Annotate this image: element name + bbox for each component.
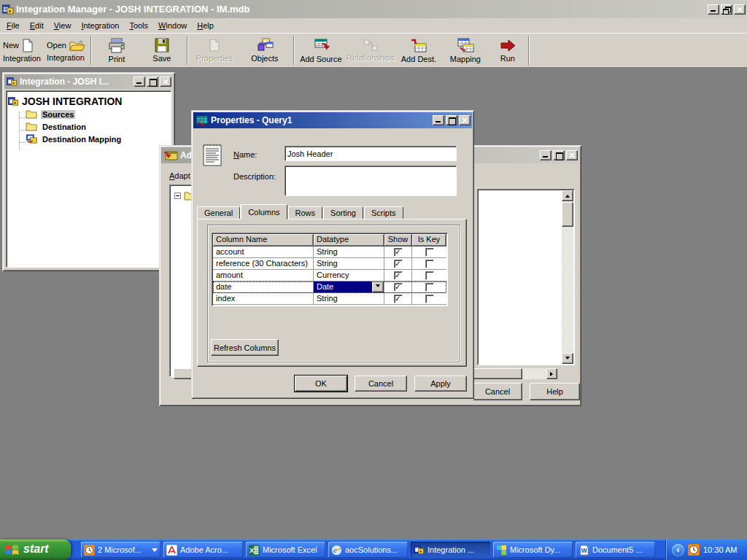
header-is-key[interactable]: Is Key	[412, 234, 446, 246]
minimize-button[interactable]	[133, 77, 145, 87]
mapping-button[interactable]: Mapping	[441, 34, 489, 67]
task-adobe-acrobat[interactable]: Adobe Acro...	[163, 542, 243, 558]
close-button[interactable]: ×	[734, 4, 746, 15]
tab-scripts[interactable]: Scripts	[364, 206, 403, 219]
cancel-button[interactable]: Cancel	[473, 383, 522, 400]
tab-sorting[interactable]: Sorting	[323, 206, 363, 219]
minimize-button[interactable]	[433, 115, 444, 125]
show-checkbox[interactable]	[394, 260, 403, 268]
hide-icons-chevron[interactable]: ‹	[672, 544, 684, 556]
combobox-dropdown-button[interactable]	[372, 281, 384, 292]
restore-button[interactable]	[721, 4, 732, 15]
name-input[interactable]	[285, 146, 457, 161]
apply-button[interactable]: Apply	[414, 376, 467, 392]
properties-button: Properties	[190, 34, 239, 67]
tree-item-destination-mapping[interactable]: Destination Mapping	[26, 133, 169, 145]
run-button[interactable]: Run	[489, 34, 526, 67]
cell-datatype[interactable]: String	[314, 246, 384, 258]
is-key-checkbox[interactable]	[425, 260, 434, 268]
tab-rows[interactable]: Rows	[288, 206, 323, 219]
maximize-button[interactable]	[553, 150, 565, 160]
cell-datatype[interactable]: String	[314, 293, 384, 305]
menu-integration[interactable]: Integration	[76, 20, 124, 32]
print-button[interactable]: Print	[94, 34, 139, 67]
cell-datatype[interactable]: Currency	[314, 270, 384, 281]
add-source-button[interactable]: Add Source	[297, 34, 345, 67]
toolbar-separator	[187, 36, 188, 65]
objects-button[interactable]: Objects	[239, 34, 291, 67]
tab-general[interactable]: General	[197, 206, 240, 219]
menu-edit[interactable]: Edit	[25, 20, 49, 32]
is-key-checkbox[interactable]	[425, 295, 434, 303]
folder-icon	[26, 122, 37, 131]
help-button[interactable]: Help	[530, 383, 580, 400]
tree-root-josh-integration[interactable]: JOSH INTEGRATION	[8, 94, 169, 108]
header-show[interactable]: Show	[384, 234, 412, 246]
open-integration-button[interactable]: Open Integration	[44, 34, 88, 67]
tree-item-destination[interactable]: Destination	[26, 120, 169, 133]
show-checkbox[interactable]	[394, 283, 403, 292]
close-button[interactable]: ×	[459, 115, 471, 125]
scroll-thumb[interactable]	[562, 202, 573, 227]
cell-column-name[interactable]: index	[213, 293, 314, 305]
cancel-button[interactable]: Cancel	[355, 376, 407, 392]
adapter-list[interactable]	[477, 189, 575, 365]
open-folder-icon	[69, 39, 85, 52]
save-button[interactable]: Save	[139, 34, 185, 67]
description-input[interactable]	[285, 166, 457, 196]
properties-dialog-titlebar[interactable]: Properties - Query1 ×	[193, 112, 472, 128]
integration-window-titlebar[interactable]: Integration - JOSH I... ×	[4, 74, 173, 89]
menu-tools[interactable]: Tools	[124, 20, 153, 32]
tray-clock-icon[interactable]	[688, 544, 700, 556]
scroll-down-button[interactable]	[562, 353, 573, 364]
cell-datatype[interactable]: String	[314, 258, 384, 270]
task-integration-manager[interactable]: Integration ...	[411, 542, 490, 558]
task-microsoft-excel[interactable]: X Microsoft Excel	[246, 542, 325, 558]
cell-column-name[interactable]: reference (30 Characters)	[213, 258, 314, 270]
main-window-titlebar[interactable]: Integration Manager - JOSH INTEGRATION -…	[0, 0, 747, 18]
add-dest-button[interactable]: Add Dest.	[396, 34, 441, 67]
menu-window[interactable]: Window	[153, 20, 192, 32]
show-checkbox[interactable]	[394, 248, 403, 257]
minimize-button[interactable]	[708, 4, 719, 15]
header-datatype[interactable]: Datatype	[314, 234, 384, 246]
is-key-checkbox[interactable]	[425, 248, 434, 257]
tab-columns[interactable]: Columns	[241, 204, 287, 219]
show-checkbox[interactable]	[394, 295, 403, 303]
task-microsoft-group[interactable]: 2 Microsof...	[81, 542, 160, 558]
minimize-button[interactable]	[540, 150, 551, 160]
scroll-up-button[interactable]	[562, 190, 573, 201]
maximize-button[interactable]	[147, 77, 158, 87]
vertical-scrollbar[interactable]	[562, 190, 573, 364]
tree-item-sources[interactable]: Sources	[26, 108, 169, 120]
cell-column-name[interactable]: date	[213, 281, 314, 293]
start-button[interactable]: start	[0, 540, 71, 560]
tree-collapse-icon[interactable]	[174, 192, 181, 199]
group-dropdown-arrow[interactable]	[152, 548, 158, 555]
cell-column-name[interactable]: account	[213, 246, 314, 258]
tree-connector	[19, 142, 26, 143]
header-column-name[interactable]: Column Name	[213, 234, 314, 246]
clock-time: 10:30 AM	[703, 545, 737, 554]
svg-text:W: W	[581, 547, 587, 554]
menu-file[interactable]: File	[1, 20, 25, 32]
task-microsoft-dynamics[interactable]: Microsoft Dy...	[493, 542, 573, 558]
show-checkbox[interactable]	[394, 271, 403, 280]
menu-help[interactable]: Help	[192, 20, 219, 32]
cell-column-name[interactable]: amount	[213, 270, 314, 281]
close-button[interactable]: ×	[160, 77, 171, 87]
refresh-columns-button[interactable]: Refresh Columns	[211, 339, 279, 356]
is-key-checkbox[interactable]	[425, 271, 434, 280]
mapping-icon	[456, 38, 475, 53]
close-button[interactable]: ×	[566, 150, 578, 160]
new-integration-button[interactable]: New Integration	[0, 34, 44, 67]
is-key-checkbox[interactable]	[425, 283, 434, 292]
datatype-combobox[interactable]: Date	[314, 281, 384, 292]
task-aocsolutions[interactable]: e aocSolutions...	[328, 542, 408, 558]
scroll-right-button[interactable]	[546, 368, 557, 379]
relationships-button: Relationships	[345, 34, 396, 67]
ok-button[interactable]: OK	[295, 376, 347, 392]
menu-view[interactable]: View	[49, 20, 77, 32]
maximize-button[interactable]	[446, 115, 457, 125]
task-document5-word[interactable]: W Document5 ...	[576, 542, 655, 558]
